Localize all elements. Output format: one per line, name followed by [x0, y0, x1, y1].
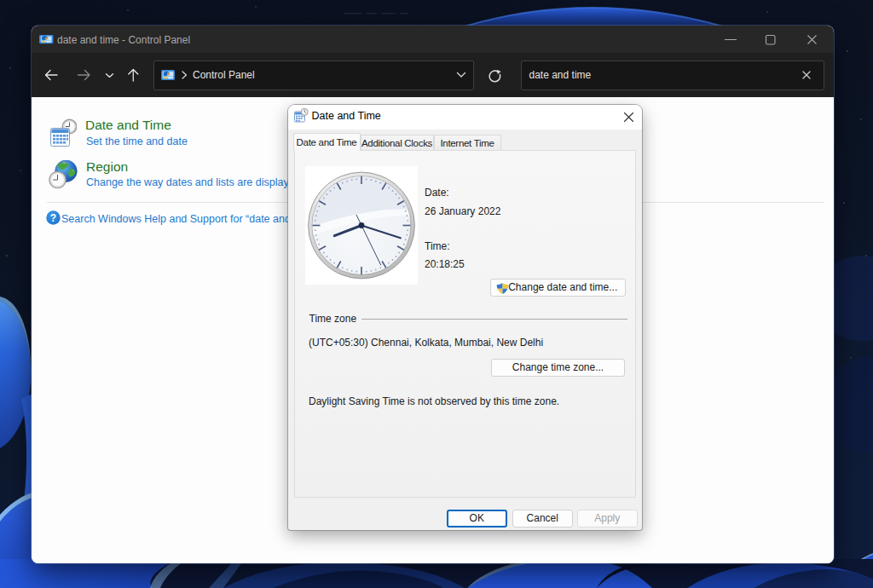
svg-text:?: ? [50, 211, 56, 223]
